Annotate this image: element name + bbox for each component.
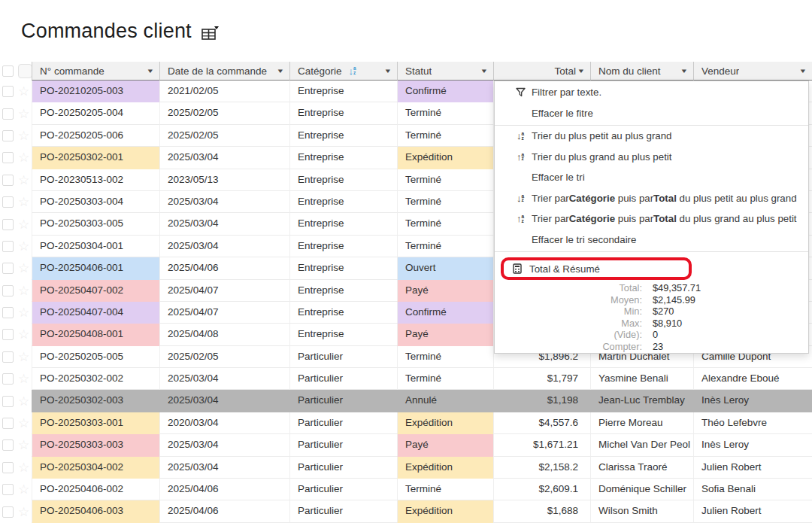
star-icon[interactable]: ☆ <box>18 108 29 120</box>
cell-ref[interactable]: PO-20250205-004 <box>32 102 159 124</box>
cell-date[interactable]: 2025/03/04 <box>159 368 289 390</box>
cell-ref[interactable]: PO-20250205-005 <box>32 346 159 368</box>
cell-status[interactable]: Expédition <box>397 412 493 434</box>
cell-date[interactable]: 2020/03/04 <box>159 412 289 434</box>
star-icon[interactable]: ☆ <box>18 372 29 385</box>
cell-status[interactable]: Terminé <box>397 102 493 124</box>
cell-client[interactable]: Wilson Smith <box>590 500 693 522</box>
cell-status[interactable]: Payé <box>397 434 493 456</box>
cell-category[interactable]: Entreprise <box>289 169 397 191</box>
star-icon[interactable]: ☆ <box>18 439 29 452</box>
cell-category[interactable]: Entreprise <box>289 81 397 102</box>
cell-category[interactable]: Entreprise <box>289 280 397 302</box>
cell-date[interactable]: 2025/04/07 <box>159 302 289 324</box>
cell-date[interactable]: 2025/04/08 <box>159 324 289 345</box>
column-header-category[interactable]: Catégorie↓az▼ <box>289 62 397 81</box>
cell-date[interactable]: 2025/03/04 <box>159 457 289 479</box>
row-checkbox[interactable] <box>2 241 14 252</box>
column-header-total[interactable]: Total▼ <box>493 62 590 81</box>
column-header-date[interactable]: Date de la commande▼ <box>159 62 289 81</box>
row-checkbox[interactable] <box>2 418 14 429</box>
row-checkbox[interactable] <box>2 285 14 296</box>
row-checkbox[interactable] <box>2 108 14 120</box>
cell-status[interactable]: Expédition <box>397 457 493 479</box>
menu-item-sort-ascending[interactable]: ↓azTrier du plus petit au plus grand <box>495 126 808 147</box>
star-icon[interactable]: ☆ <box>18 506 29 518</box>
star-icon[interactable]: ☆ <box>18 483 29 496</box>
star-icon[interactable]: ☆ <box>18 174 29 187</box>
cell-ref[interactable]: PO-20250304-001 <box>32 236 159 257</box>
cell-ref[interactable]: PO-20250303-001 <box>32 412 159 434</box>
cell-status[interactable]: Confirmé <box>397 81 493 102</box>
cell-ref[interactable]: PO-20250406-002 <box>32 479 159 500</box>
star-icon[interactable]: ☆ <box>18 196 29 208</box>
row-checkbox[interactable] <box>2 130 14 141</box>
row-checkbox[interactable] <box>2 439 14 451</box>
cell-vendor[interactable]: Julien Robert <box>693 457 812 479</box>
cell-status[interactable]: Confirmé <box>397 302 493 324</box>
row-checkbox[interactable] <box>2 307 14 318</box>
cell-category[interactable]: Particulier <box>289 390 397 412</box>
cell-vendor[interactable]: Inès Leroy <box>693 390 812 412</box>
cell-total[interactable]: $2,609.1 <box>493 479 590 500</box>
menu-item-secondary-sort-ascending[interactable]: ↓azTrier parCatégorie puis parTotal du p… <box>495 188 808 209</box>
column-header-vendor[interactable]: Vendeur▼ <box>693 62 812 81</box>
cell-date[interactable]: 2025/04/06 <box>159 479 289 500</box>
table-view-switcher[interactable] <box>201 26 219 42</box>
cell-category[interactable]: Entreprise <box>289 257 397 279</box>
cell-date[interactable]: 2025/03/04 <box>159 213 289 235</box>
cell-date[interactable]: 2025/03/04 <box>159 191 289 213</box>
cell-status[interactable]: Expédition <box>397 500 493 522</box>
cell-date[interactable]: 2023/05/13 <box>159 169 289 191</box>
cell-status[interactable]: Terminé <box>397 125 493 147</box>
cell-ref[interactable]: PO-20250407-002 <box>32 280 159 302</box>
cell-status[interactable]: Payé <box>397 280 493 302</box>
cell-total[interactable]: $2,158.2 <box>493 457 590 479</box>
cell-client[interactable]: Clarissa Traoré <box>590 457 693 479</box>
cell-category[interactable]: Entreprise <box>289 125 397 147</box>
cell-status[interactable]: Terminé <box>397 236 493 257</box>
cell-ref[interactable]: PO-20250303-003 <box>32 434 159 456</box>
star-icon[interactable]: ☆ <box>18 306 29 319</box>
menu-item-sort-descending[interactable]: ↑azTrier du plus grand au plus petit <box>495 147 808 168</box>
star-icon[interactable]: ☆ <box>18 85 29 98</box>
cell-date[interactable]: 2025/03/04 <box>159 390 289 412</box>
cell-date[interactable]: 2025/04/07 <box>159 280 289 302</box>
cell-date[interactable]: 2025/03/04 <box>159 434 289 456</box>
cell-category[interactable]: Entreprise <box>289 236 397 257</box>
cell-ref[interactable]: PO-20250303-005 <box>32 213 159 235</box>
menu-item-secondary-sort-descending[interactable]: ↑azTrier parCatégorie puis parTotal du p… <box>495 208 808 230</box>
cell-date[interactable]: 2025/04/06 <box>159 500 289 522</box>
cell-ref[interactable]: PO-20250408-001 <box>32 324 159 345</box>
cell-category[interactable]: Particulier <box>289 479 397 500</box>
cell-status[interactable]: Ouvert <box>397 257 493 279</box>
star-icon[interactable]: ☆ <box>18 351 29 363</box>
cell-date[interactable]: 2025/02/05 <box>159 346 289 368</box>
row-checkbox[interactable] <box>2 86 14 97</box>
cell-date[interactable]: 2025/03/04 <box>159 147 289 169</box>
row-checkbox[interactable] <box>2 152 14 163</box>
cell-total[interactable]: $1,671.21 <box>493 434 590 456</box>
row-checkbox[interactable] <box>2 373 14 385</box>
cell-date[interactable]: 2025/03/04 <box>159 236 289 257</box>
cell-client[interactable]: Yasmine Benali <box>590 368 693 390</box>
cell-date[interactable]: 2025/02/05 <box>159 102 289 124</box>
cell-ref[interactable]: PO-20250406-003 <box>32 500 159 522</box>
cell-date[interactable]: 2025/02/05 <box>159 125 289 147</box>
row-checkbox[interactable] <box>2 196 14 208</box>
cell-client[interactable]: Jean-Luc Tremblay <box>590 390 693 412</box>
cell-category[interactable]: Entreprise <box>289 147 397 169</box>
star-icon[interactable]: ☆ <box>18 218 29 231</box>
cell-vendor[interactable]: Julien Robert <box>693 500 812 522</box>
cell-category[interactable]: Entreprise <box>289 324 397 345</box>
row-checkbox[interactable] <box>2 351 14 363</box>
star-icon[interactable]: ☆ <box>18 129 29 142</box>
menu-item-clear-secondary-sort[interactable]: Effacer le tri secondaire <box>495 230 808 251</box>
select-all-checkbox[interactable] <box>2 65 14 77</box>
cell-ref[interactable]: PO-20230513-002 <box>32 169 159 191</box>
cell-status[interactable]: Terminé <box>397 346 493 368</box>
cell-total[interactable]: $1,797 <box>493 368 590 390</box>
cell-ref[interactable]: PO-20250406-001 <box>32 257 159 279</box>
cell-total[interactable]: $1,688 <box>493 500 590 522</box>
cell-ref[interactable]: PO-20250304-002 <box>32 457 159 479</box>
